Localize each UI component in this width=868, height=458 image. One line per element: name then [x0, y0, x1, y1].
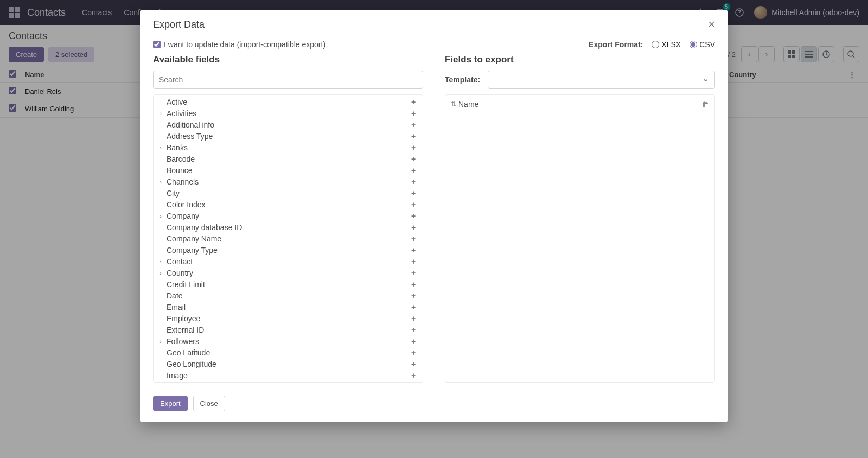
available-field-item[interactable]: External ID + — [155, 324, 422, 335]
available-field-item[interactable]: Active + — [155, 96, 422, 107]
add-field-icon[interactable]: + — [410, 155, 417, 163]
add-field-icon[interactable]: + — [410, 291, 417, 300]
expand-icon[interactable]: › — [157, 338, 164, 345]
add-field-icon[interactable]: + — [410, 200, 417, 209]
expand-icon[interactable]: › — [157, 258, 164, 265]
available-field-item[interactable]: Bounce + — [155, 164, 422, 176]
available-field-item[interactable]: Geo Longitude + — [155, 358, 422, 370]
modal-title: Export Data — [153, 19, 205, 30]
add-field-icon[interactable]: + — [410, 371, 417, 380]
add-field-icon[interactable]: + — [410, 337, 417, 346]
add-field-icon[interactable]: + — [410, 223, 417, 232]
close-icon[interactable]: × — [708, 18, 715, 30]
field-label: Company — [164, 212, 410, 220]
import-compat-checkbox[interactable]: I want to update data (import-compatible… — [153, 40, 326, 49]
available-field-item[interactable]: Barcode + — [155, 153, 422, 164]
export-format-label: Export Format: — [589, 40, 643, 49]
add-field-icon[interactable]: + — [410, 246, 417, 255]
available-fields-tree[interactable]: Active + › Activities + Additional info … — [153, 94, 423, 383]
export-field-label: Name — [458, 100, 478, 109]
add-field-icon[interactable]: + — [410, 98, 417, 106]
add-field-icon[interactable]: + — [410, 303, 417, 311]
field-label: Date — [164, 291, 410, 300]
add-field-icon[interactable]: + — [410, 234, 417, 243]
available-field-item[interactable]: › Company + — [155, 210, 422, 221]
format-xlsx-radio[interactable]: XLSX — [652, 40, 681, 49]
export-fields-list[interactable]: ⇅ Name 🗑 — [445, 94, 715, 383]
available-field-item[interactable]: Employee + — [155, 313, 422, 324]
fields-to-export-title: Fields to export — [445, 54, 715, 65]
available-field-item[interactable]: › Banks + — [155, 142, 422, 153]
available-field-item[interactable]: Company Type + — [155, 244, 422, 256]
expand-icon[interactable]: › — [157, 110, 164, 117]
field-label: City — [164, 189, 410, 198]
available-field-item[interactable]: Address Type + — [155, 130, 422, 142]
field-label: Geo Latitude — [164, 348, 410, 357]
available-field-item[interactable]: Credit Limit + — [155, 278, 422, 290]
field-label: Channels — [164, 177, 410, 186]
add-field-icon[interactable]: + — [410, 143, 417, 152]
field-label: Activities — [164, 109, 410, 118]
expand-icon[interactable]: › — [157, 179, 164, 185]
add-field-icon[interactable]: + — [410, 166, 417, 175]
close-button[interactable]: Close — [193, 396, 225, 411]
available-field-item[interactable]: Email + — [155, 301, 422, 313]
export-button[interactable]: Export — [153, 396, 188, 411]
field-label: Email — [164, 303, 410, 311]
add-field-icon[interactable]: + — [410, 269, 417, 277]
add-field-icon[interactable]: + — [410, 257, 417, 266]
export-field-item[interactable]: ⇅ Name 🗑 — [451, 98, 709, 110]
import-compat-checkbox-input[interactable] — [153, 41, 161, 48]
add-field-icon[interactable]: + — [410, 326, 417, 334]
remove-field-icon[interactable]: 🗑 — [701, 100, 709, 109]
available-field-item[interactable]: Geo Latitude + — [155, 347, 422, 358]
field-label: Geo Longitude — [164, 360, 410, 368]
available-field-item[interactable]: › Country + — [155, 267, 422, 278]
fields-search-input[interactable] — [153, 71, 423, 89]
field-label: Company Name — [164, 234, 410, 243]
available-field-item[interactable]: Company database ID + — [155, 221, 422, 233]
format-csv-radio[interactable]: CSV — [690, 40, 715, 49]
add-field-icon[interactable]: + — [410, 132, 417, 141]
export-modal: Export Data × I want to update data (imp… — [140, 10, 728, 422]
add-field-icon[interactable]: + — [410, 348, 417, 357]
field-label: Employee — [164, 314, 410, 323]
available-field-item[interactable]: › Channels + — [155, 176, 422, 187]
available-field-item[interactable]: Additional info + — [155, 119, 422, 130]
available-field-item[interactable]: City + — [155, 187, 422, 199]
available-field-item[interactable]: › Activities + — [155, 107, 422, 119]
add-field-icon[interactable]: + — [410, 189, 417, 198]
expand-icon[interactable]: › — [157, 144, 164, 151]
add-field-icon[interactable]: + — [410, 212, 417, 220]
add-field-icon[interactable]: + — [410, 280, 417, 289]
field-label: Credit Limit — [164, 280, 410, 289]
add-field-icon[interactable]: + — [410, 177, 417, 186]
expand-icon[interactable]: › — [157, 270, 164, 276]
field-label: Address Type — [164, 132, 410, 141]
field-label: Barcode — [164, 155, 410, 163]
field-label: Additional info — [164, 120, 410, 129]
available-field-item[interactable]: Image + — [155, 370, 422, 381]
field-label: Contact — [164, 257, 410, 266]
available-field-item[interactable]: › Contact + — [155, 256, 422, 267]
field-label: Banks — [164, 143, 410, 152]
field-label: Bounce — [164, 166, 410, 175]
available-fields-title: Available fields — [153, 54, 423, 65]
expand-icon[interactable]: › — [157, 213, 164, 219]
available-field-item[interactable]: Date + — [155, 290, 422, 301]
field-label: Company Type — [164, 246, 410, 255]
add-field-icon[interactable]: + — [410, 109, 417, 118]
field-label: Followers — [164, 337, 410, 346]
template-label: Template: — [445, 75, 480, 84]
add-field-icon[interactable]: + — [410, 314, 417, 323]
drag-handle-icon[interactable]: ⇅ — [451, 100, 456, 108]
add-field-icon[interactable]: + — [410, 120, 417, 129]
field-label: Country — [164, 269, 410, 277]
available-field-item[interactable]: › Followers + — [155, 335, 422, 347]
field-label: Company database ID — [164, 223, 410, 232]
available-field-item[interactable]: Color Index + — [155, 199, 422, 210]
field-label: Color Index — [164, 200, 410, 209]
template-select[interactable] — [488, 71, 715, 89]
add-field-icon[interactable]: + — [410, 360, 417, 368]
available-field-item[interactable]: Company Name + — [155, 233, 422, 244]
